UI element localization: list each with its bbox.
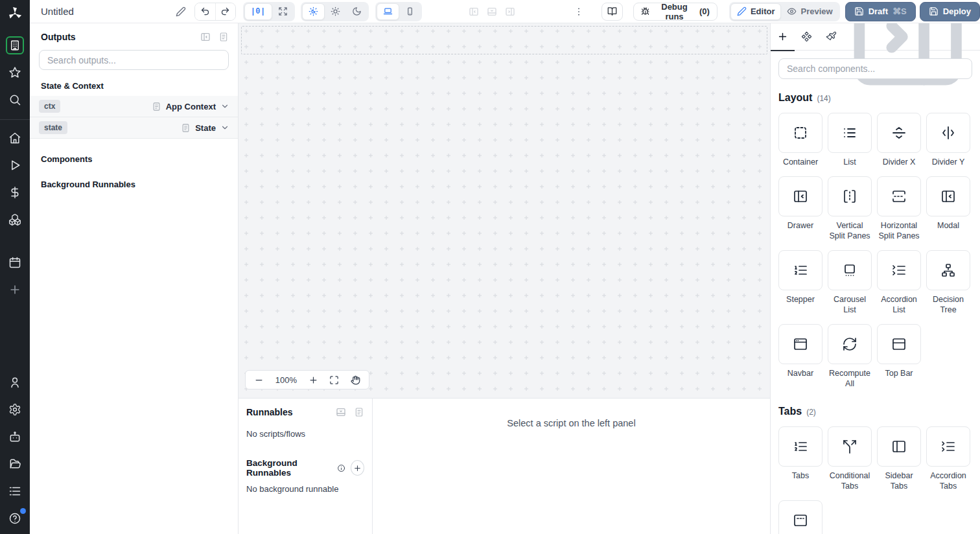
- zoom-out-button[interactable]: [254, 375, 264, 385]
- panel-right-toggle-icon[interactable]: [505, 6, 515, 17]
- panel-toggles: [469, 6, 515, 17]
- fixed-width-toggle[interactable]: |0|: [244, 3, 272, 20]
- settings-icon: [8, 403, 21, 416]
- rail-item-play[interactable]: [6, 156, 24, 174]
- component-card-divider-x[interactable]: [877, 113, 921, 153]
- pan-mode-button[interactable]: [351, 375, 360, 385]
- runnables-doc-icon[interactable]: [354, 407, 364, 417]
- component-card-accordion-list[interactable]: [877, 250, 921, 290]
- debug-runs-count: (0): [699, 6, 710, 16]
- component-card-stepper[interactable]: [778, 250, 822, 290]
- chevron-down-icon[interactable]: [220, 123, 229, 132]
- theme-dark-button[interactable]: [346, 3, 368, 20]
- component-label: Container: [778, 157, 822, 167]
- section-count: (2): [806, 408, 816, 417]
- canvas-width-group: |0|: [243, 2, 295, 21]
- help-button[interactable]: [6, 509, 24, 528]
- draft-button[interactable]: Draft ⌘S: [845, 2, 916, 21]
- component-cell: Divider X: [877, 113, 921, 167]
- rename-button[interactable]: [173, 3, 189, 21]
- info-icon[interactable]: [337, 463, 345, 473]
- component-cell: Stepper: [778, 250, 822, 315]
- debug-runs-button[interactable]: Debug runs (0): [633, 3, 718, 21]
- rail-item-search[interactable]: [6, 91, 24, 109]
- component-card-tabs[interactable]: [778, 426, 822, 467]
- components-heading[interactable]: Components: [30, 139, 238, 164]
- component-card-sidebar-tabs[interactable]: [877, 426, 921, 467]
- windmill-logo-icon[interactable]: [0, 0, 30, 27]
- collapse-outputs-icon[interactable]: [200, 32, 211, 42]
- rail-item-user[interactable]: [6, 373, 24, 391]
- tab-styling[interactable]: [819, 23, 843, 51]
- rail-item-plus[interactable]: [6, 281, 24, 299]
- background-runnables-heading[interactable]: Background Runnables: [30, 164, 238, 189]
- rail-item-folder-open[interactable]: [6, 455, 24, 473]
- calendar-icon: [8, 256, 21, 269]
- section-count: (14): [817, 94, 830, 103]
- editor-tab[interactable]: Editor: [730, 3, 782, 20]
- collapse-runnables-icon[interactable]: [336, 407, 346, 417]
- component-cell: Carousel List: [828, 250, 872, 315]
- component-card-top-bar[interactable]: [877, 324, 921, 364]
- paintbrush-icon: [826, 31, 837, 42]
- canvas[interactable]: 100%: [239, 23, 770, 398]
- rail-item-dollar[interactable]: [6, 183, 24, 202]
- component-card-drawer[interactable]: [778, 176, 822, 216]
- tab-component-settings[interactable]: [795, 23, 819, 51]
- zoom-in-button[interactable]: [309, 375, 318, 385]
- add-background-runnable-button[interactable]: [351, 460, 364, 476]
- panel-left-toggle-icon[interactable]: [469, 6, 479, 17]
- component-card-conditional-tabs[interactable]: [828, 426, 872, 467]
- preview-tab[interactable]: Preview: [781, 3, 838, 20]
- component-card-modal[interactable]: [926, 176, 970, 216]
- chevron-down-icon[interactable]: [220, 102, 229, 111]
- rail-item-boxes[interactable]: [6, 211, 24, 229]
- fit-view-button[interactable]: [329, 375, 339, 385]
- rail-item-calendar[interactable]: [6, 253, 24, 272]
- bug-icon: [641, 6, 649, 16]
- component-card-recompute-all[interactable]: [828, 324, 872, 364]
- search-outputs-input[interactable]: [39, 50, 229, 70]
- redo-button[interactable]: [215, 3, 235, 20]
- outputs-doc-icon[interactable]: [218, 32, 229, 42]
- component-card-horizontal-split-panes[interactable]: [877, 176, 921, 216]
- component-card-container[interactable]: [778, 113, 822, 153]
- app-title: Untitled: [41, 6, 74, 17]
- deploy-button[interactable]: Deploy: [920, 2, 980, 21]
- docs-button[interactable]: [601, 3, 623, 21]
- rail-item-building[interactable]: [6, 36, 24, 54]
- mobile-view-button[interactable]: [399, 3, 421, 20]
- component-label: Carousel List: [828, 294, 872, 315]
- ctx-row[interactable]: ctx App Context: [30, 96, 238, 117]
- tab-insert-component[interactable]: [771, 23, 795, 51]
- state-row[interactable]: state State: [30, 117, 238, 139]
- full-width-toggle[interactable]: [272, 3, 294, 20]
- search-components-input[interactable]: [778, 58, 972, 79]
- component-card-window-dashed[interactable]: [778, 500, 822, 534]
- component-card-navbar[interactable]: [778, 324, 822, 364]
- panel-left-close-icon: [940, 189, 956, 204]
- rail-item-star[interactable]: [6, 64, 24, 82]
- canvas-drop-zone[interactable]: [241, 26, 767, 54]
- list-ordered-icon: [793, 439, 808, 454]
- component-label: Recompute All: [828, 368, 872, 389]
- rail-item-settings[interactable]: [6, 400, 24, 419]
- rail-item-home[interactable]: [6, 129, 24, 147]
- component-card-divider-y[interactable]: [926, 113, 970, 153]
- theme-light-button[interactable]: [325, 3, 346, 20]
- theme-auto-button[interactable]: [302, 3, 325, 20]
- undo-icon: [200, 6, 210, 16]
- rail-item-list[interactable]: [6, 482, 24, 500]
- component-card-vertical-split-panes[interactable]: [828, 176, 872, 216]
- component-card-accordion-tabs[interactable]: [926, 426, 970, 467]
- panel-bottom-toggle-icon[interactable]: [487, 6, 497, 17]
- component-card-carousel-list[interactable]: [828, 250, 872, 290]
- list-collapse-icon: [940, 439, 956, 454]
- component-card-list[interactable]: [828, 113, 872, 153]
- more-menu-button[interactable]: [571, 3, 587, 21]
- component-card-decision-tree[interactable]: [926, 250, 970, 290]
- rail-item-bot[interactable]: [6, 428, 24, 446]
- draft-shortcut: ⌘S: [892, 6, 907, 16]
- desktop-view-button[interactable]: [377, 3, 399, 20]
- undo-button[interactable]: [195, 3, 215, 20]
